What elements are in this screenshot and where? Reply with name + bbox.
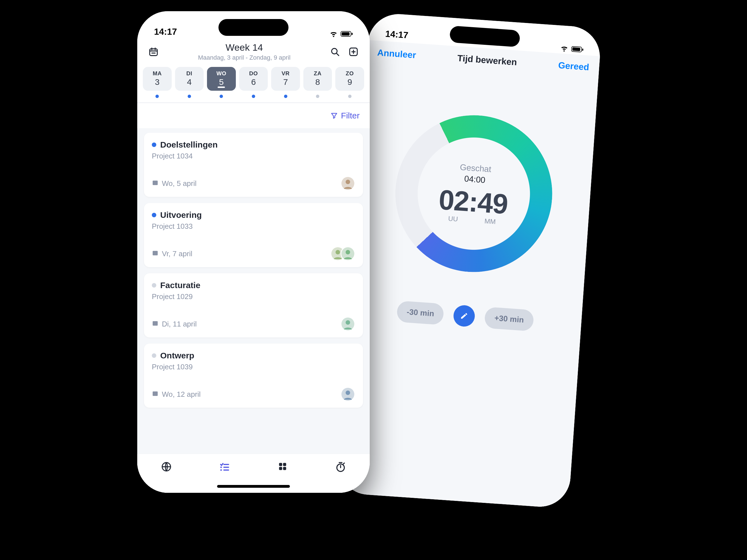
header-title: Week 14 (164, 42, 324, 53)
card-subtitle: Project 1034 (152, 152, 355, 160)
week-row: MA3DI4WO5DO6VR7ZA8ZO9 (137, 65, 370, 101)
day-num: 8 (303, 77, 332, 87)
svg-rect-1 (572, 47, 581, 51)
task-card[interactable]: OntwerpProject 1039Wo, 12 april (144, 344, 363, 408)
card-date: Vr, 7 april (152, 249, 192, 258)
battery-icon (571, 46, 584, 53)
status-dot (152, 283, 156, 288)
day-vr[interactable]: VR7 (271, 67, 300, 98)
plus-30-button[interactable]: +30 min (484, 307, 534, 331)
svg-rect-43 (283, 467, 286, 470)
done-button[interactable]: Gereed (558, 60, 590, 73)
avatar (341, 317, 355, 331)
task-card[interactable]: DoelstellingenProject 1034Wo, 5 april (144, 133, 363, 197)
day-num: 5 (207, 77, 236, 87)
day-dot (284, 95, 287, 98)
day-di[interactable]: DI4 (175, 67, 204, 98)
card-date: Di, 11 april (152, 320, 197, 328)
edit-button[interactable] (453, 304, 475, 327)
svg-point-19 (345, 180, 350, 184)
avatar (341, 387, 355, 402)
avatar (341, 246, 355, 261)
task-card[interactable]: FacturatieProject 1029Di, 11 april (144, 273, 363, 338)
day-zo[interactable]: ZO9 (335, 67, 364, 98)
day-num: 7 (271, 77, 300, 87)
day-abbr: MA (143, 70, 172, 77)
calendar-icon (152, 179, 158, 188)
search-button[interactable] (327, 44, 343, 60)
day-num: 3 (143, 77, 172, 87)
card-title: Ontwerp (160, 351, 195, 361)
avatar (341, 176, 355, 191)
avatar-group (331, 246, 355, 261)
day-dot (316, 95, 319, 98)
day-do[interactable]: DO6 (239, 67, 268, 98)
avatar-group (341, 387, 355, 402)
calendar-icon (152, 320, 158, 328)
phone-planning: 14:17 (137, 11, 370, 493)
card-subtitle: Project 1039 (152, 363, 355, 371)
minus-30-button[interactable]: -30 min (396, 301, 444, 325)
day-abbr: WO (207, 70, 236, 77)
home-indicator (217, 485, 290, 488)
svg-point-25 (345, 250, 350, 255)
svg-rect-40 (279, 463, 282, 466)
phone-editor: 14:17 Annuleer Tijd bewerken Gereed (336, 12, 602, 509)
day-abbr: DI (175, 70, 204, 77)
day-dot (252, 95, 255, 98)
bottom-nav (137, 454, 370, 493)
svg-rect-4 (342, 32, 350, 35)
cancel-button[interactable]: Annuleer (377, 47, 416, 60)
day-abbr: DO (239, 70, 268, 77)
nav-timer[interactable] (312, 461, 370, 472)
day-num: 6 (239, 77, 268, 87)
card-title: Facturatie (160, 281, 200, 290)
filter-label: Filter (341, 111, 360, 121)
svg-rect-2 (582, 49, 584, 51)
header-subtitle: Maandag, 3 april - Zondag, 9 april (164, 54, 324, 61)
day-wo[interactable]: WO5 (207, 67, 236, 98)
task-card[interactable]: UitvoeringProject 1033Vr, 7 april (144, 203, 363, 267)
filter-icon (330, 112, 338, 119)
card-date: Wo, 5 april (152, 179, 197, 188)
card-title: Uitvoering (160, 210, 202, 220)
day-dot (220, 95, 223, 98)
status-time: 14:17 (154, 27, 177, 37)
day-dot (155, 95, 159, 98)
day-dot (188, 95, 191, 98)
nav-globe[interactable] (137, 461, 196, 472)
svg-rect-41 (283, 463, 286, 466)
day-abbr: VR (271, 70, 300, 77)
calendar-button[interactable] (146, 44, 161, 60)
svg-line-12 (336, 53, 339, 55)
calendar-icon (152, 390, 158, 399)
sheet-title: Tijd bewerken (457, 53, 517, 68)
card-date: Wo, 12 april (152, 390, 201, 399)
battery-icon (341, 31, 353, 37)
svg-point-38 (221, 466, 222, 468)
status-dot (152, 142, 156, 147)
avatar-group (341, 176, 355, 191)
card-subtitle: Project 1029 (152, 292, 355, 301)
svg-line-47 (343, 463, 344, 464)
add-button[interactable] (345, 44, 361, 60)
svg-point-39 (221, 469, 222, 471)
status-dot (152, 213, 156, 217)
calendar-icon (152, 249, 158, 258)
day-za[interactable]: ZA8 (303, 67, 332, 98)
day-ma[interactable]: MA3 (143, 67, 172, 98)
svg-point-29 (345, 320, 350, 325)
svg-point-23 (336, 250, 340, 255)
task-list[interactable]: DoelstellingenProject 1034Wo, 5 aprilUit… (137, 128, 370, 493)
filter-button[interactable]: Filter (330, 111, 360, 121)
day-abbr: ZA (303, 70, 332, 77)
day-num: 4 (175, 77, 204, 87)
time-ring[interactable]: Geschat 04:00 02:49 UU MM (390, 110, 558, 277)
nav-grid[interactable] (254, 461, 312, 472)
card-title: Doelstellingen (160, 140, 217, 150)
svg-rect-5 (352, 33, 353, 35)
status-dot (152, 353, 156, 358)
nav-list[interactable] (196, 461, 254, 472)
notch (218, 19, 288, 36)
header: Week 14 Maandag, 3 april - Zondag, 9 apr… (137, 39, 370, 65)
